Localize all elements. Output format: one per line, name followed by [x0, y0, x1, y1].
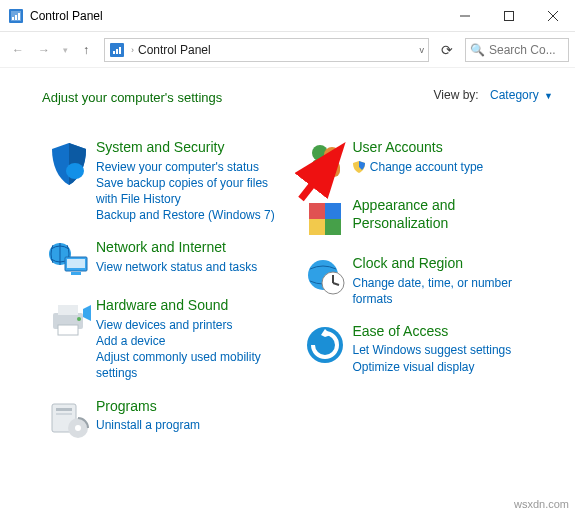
ease-of-access-icon — [299, 323, 353, 375]
svg-rect-31 — [309, 203, 325, 219]
chevron-down-icon: ▼ — [544, 91, 553, 101]
breadcrumb-location[interactable]: Control Panel — [138, 43, 211, 57]
clock-icon — [299, 255, 353, 307]
ease-of-access-item: Ease of Access Let Windows suggest setti… — [299, 323, 556, 375]
user-accounts-item: User Accounts Change account type — [299, 139, 556, 181]
appearance-icon — [299, 197, 353, 239]
control-panel-icon — [109, 42, 125, 58]
view-by-control: View by: Category ▼ — [434, 88, 553, 102]
mobility-settings-link[interactable]: Adjust commonly used mobility settings — [96, 349, 293, 381]
svg-rect-17 — [71, 272, 81, 275]
forward-button[interactable]: → — [32, 38, 56, 62]
optimize-display-link[interactable]: Optimize visual display — [353, 359, 550, 375]
right-column: User Accounts Change account type Appear… — [299, 139, 556, 456]
programs-link[interactable]: Programs — [96, 398, 293, 416]
svg-rect-30 — [324, 161, 340, 177]
search-placeholder: Search Co... — [489, 43, 556, 57]
svg-rect-20 — [58, 325, 78, 335]
svg-rect-33 — [309, 219, 325, 235]
up-button[interactable]: ↑ — [74, 38, 98, 62]
printer-icon — [42, 297, 96, 381]
ease-of-access-link[interactable]: Ease of Access — [353, 323, 550, 341]
chevron-right-icon[interactable]: › — [127, 45, 138, 55]
user-accounts-link[interactable]: User Accounts — [353, 139, 550, 157]
svg-rect-34 — [325, 219, 341, 235]
svg-rect-23 — [56, 408, 72, 411]
svg-rect-24 — [56, 413, 72, 415]
clock-region-link[interactable]: Clock and Region — [353, 255, 550, 273]
search-input[interactable]: 🔍 Search Co... — [465, 38, 569, 62]
content-area: Adjust your computer's settings View by:… — [0, 68, 575, 456]
svg-rect-4 — [18, 13, 20, 20]
programs-icon — [42, 398, 96, 440]
user-accounts-icon — [299, 139, 353, 181]
programs-item: Programs Uninstall a program — [42, 398, 299, 440]
network-icon — [42, 239, 96, 281]
devices-printers-link[interactable]: View devices and printers — [96, 317, 293, 333]
svg-rect-19 — [58, 305, 78, 315]
view-by-dropdown[interactable]: Category ▼ — [490, 88, 553, 102]
appearance-link[interactable]: Appearance and Personalization — [353, 197, 550, 232]
date-time-formats-link[interactable]: Change date, time, or number formats — [353, 275, 550, 307]
back-button[interactable]: ← — [6, 38, 30, 62]
address-bar[interactable]: › Control Panel v — [104, 38, 429, 62]
hardware-sound-item: Hardware and Sound View devices and prin… — [42, 297, 299, 381]
file-history-link[interactable]: Save backup copies of your files with Fi… — [96, 175, 293, 207]
search-icon: 🔍 — [470, 43, 485, 57]
appearance-item: Appearance and Personalization — [299, 197, 556, 239]
add-device-link[interactable]: Add a device — [96, 333, 293, 349]
network-internet-link[interactable]: Network and Internet — [96, 239, 293, 257]
network-internet-item: Network and Internet View network status… — [42, 239, 299, 281]
window-buttons — [443, 0, 575, 31]
close-button[interactable] — [531, 0, 575, 31]
svg-rect-6 — [505, 11, 514, 20]
svg-rect-12 — [119, 47, 121, 54]
review-status-link[interactable]: Review your computer's status — [96, 159, 293, 175]
change-account-type-link[interactable]: Change account type — [353, 159, 550, 175]
uac-shield-icon — [353, 161, 365, 173]
chevron-down-icon[interactable]: v — [420, 45, 425, 55]
nav-bar: ← → ▾ ↑ › Control Panel v ⟳ 🔍 Search Co.… — [0, 32, 575, 68]
svg-point-29 — [324, 147, 340, 163]
view-by-label: View by: — [434, 88, 479, 102]
uninstall-program-link[interactable]: Uninstall a program — [96, 417, 293, 433]
svg-rect-16 — [67, 259, 85, 268]
title-bar: Control Panel — [0, 0, 575, 32]
backup-restore-link[interactable]: Backup and Restore (Windows 7) — [96, 207, 293, 223]
clock-region-item: Clock and Region Change date, time, or n… — [299, 255, 556, 307]
svg-point-13 — [66, 163, 84, 179]
svg-rect-2 — [12, 17, 14, 20]
refresh-button[interactable]: ⟳ — [435, 38, 459, 62]
hardware-sound-link[interactable]: Hardware and Sound — [96, 297, 293, 315]
svg-point-21 — [77, 317, 81, 321]
svg-rect-10 — [113, 51, 115, 54]
network-status-link[interactable]: View network status and tasks — [96, 259, 293, 275]
svg-rect-32 — [325, 203, 341, 219]
maximize-button[interactable] — [487, 0, 531, 31]
system-and-security-link[interactable]: System and Security — [96, 139, 293, 157]
left-column: System and Security Review your computer… — [42, 139, 299, 456]
shield-icon — [42, 139, 96, 223]
window-title: Control Panel — [30, 9, 443, 23]
control-panel-icon — [8, 8, 24, 24]
minimize-button[interactable] — [443, 0, 487, 31]
svg-rect-3 — [15, 15, 17, 20]
recent-locations-button[interactable]: ▾ — [58, 38, 72, 62]
svg-rect-11 — [116, 49, 118, 54]
suggest-settings-link[interactable]: Let Windows suggest settings — [353, 342, 550, 358]
svg-point-26 — [75, 425, 81, 431]
watermark: wsxdn.com — [514, 498, 569, 510]
system-and-security-item: System and Security Review your computer… — [42, 139, 299, 223]
